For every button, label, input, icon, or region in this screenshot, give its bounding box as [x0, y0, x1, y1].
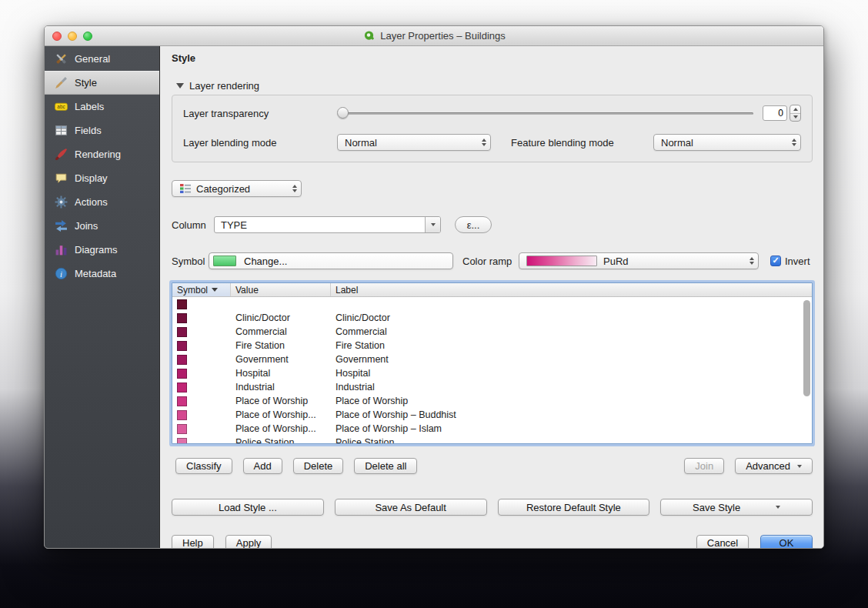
advanced-button[interactable]: Advanced	[735, 458, 813, 474]
category-color-swatch[interactable]	[177, 341, 187, 351]
table-row[interactable]: Industrial Industrial	[172, 380, 812, 394]
sidebar-item-metadata[interactable]: i Metadata	[45, 262, 159, 286]
classify-button[interactable]: Classify	[175, 458, 232, 474]
ok-button[interactable]: OK	[760, 535, 813, 549]
category-value: Hospital	[231, 368, 331, 379]
table-row[interactable]: Commercial Commercial	[172, 325, 812, 339]
transparency-stepper[interactable]	[790, 105, 801, 122]
table-body: Clinic/Doctor Clinic/Doctor Commercial C…	[172, 297, 812, 444]
transparency-slider[interactable]	[337, 107, 755, 119]
category-color-swatch[interactable]	[177, 327, 187, 337]
popup-arrows-icon	[792, 139, 796, 146]
expression-button[interactable]: ε...	[455, 216, 492, 233]
stepper-down-icon[interactable]	[790, 114, 800, 122]
add-button[interactable]: Add	[243, 458, 282, 474]
invert-label: Invert	[785, 256, 810, 267]
table-row[interactable]: Fire Station Fire Station	[172, 339, 812, 352]
category-color-swatch[interactable]	[177, 313, 187, 323]
table-row[interactable]	[172, 297, 812, 311]
close-button[interactable]	[52, 32, 62, 41]
renderer-type-select[interactable]: Categorized	[172, 180, 302, 197]
category-value: Place of Worship...	[231, 423, 331, 434]
paintbrush-icon	[55, 76, 68, 89]
column-combobox[interactable]: TYPE	[214, 216, 441, 233]
layer-blending-select[interactable]: Normal	[337, 134, 491, 151]
color-ramp-value: PuRd	[603, 256, 743, 267]
table-row[interactable]: Place of Worship Place of Worship	[172, 394, 812, 408]
sidebar-item-display[interactable]: Display	[45, 166, 159, 190]
expression-button-label: ε...	[467, 219, 480, 231]
sidebar-item-diagrams[interactable]: Diagrams	[45, 238, 159, 262]
table-row[interactable]: Clinic/Doctor Clinic/Doctor	[172, 311, 812, 325]
category-color-swatch[interactable]	[177, 369, 187, 379]
load-style-button[interactable]: Load Style ...	[172, 499, 324, 516]
layer-blending-label: Layer blending mode	[183, 137, 337, 149]
layer-blending-value: Normal	[345, 137, 476, 149]
save-style-button[interactable]: Save Style	[660, 499, 813, 516]
category-color-swatch[interactable]	[177, 299, 187, 309]
sidebar-item-fields[interactable]: Fields	[45, 119, 159, 142]
category-color-swatch[interactable]	[177, 438, 187, 445]
chevron-down-icon	[776, 506, 780, 509]
category-color-swatch[interactable]	[177, 396, 187, 406]
slider-handle[interactable]	[337, 107, 349, 119]
delete-all-button[interactable]: Delete all	[354, 458, 417, 474]
category-color-swatch[interactable]	[177, 355, 187, 365]
column-header-label[interactable]: Label	[331, 283, 812, 296]
apply-button[interactable]: Apply	[225, 535, 272, 549]
style-file-actions-row: Load Style ... Save As Default Restore D…	[172, 499, 813, 516]
titlebar[interactable]: Layer Properties – Buildings	[45, 26, 823, 46]
sidebar-item-label: Labels	[75, 101, 104, 112]
feature-blending-value: Normal	[661, 137, 786, 149]
category-value: Place of Worship...	[231, 409, 331, 420]
category-value: Commercial	[231, 326, 331, 337]
layer-rendering-disclosure[interactable]: Layer rendering	[172, 79, 813, 92]
sidebar-item-actions[interactable]: Actions	[45, 190, 159, 214]
cancel-button[interactable]: Cancel	[696, 535, 749, 549]
style-panel: Style Layer rendering Layer transparency	[160, 46, 823, 548]
invert-checkbox[interactable]	[770, 256, 781, 266]
table-row[interactable]: Place of Worship... Place of Worship – I…	[172, 422, 812, 436]
sidebar-item-general[interactable]: General	[45, 47, 159, 71]
category-label: Place of Worship	[331, 396, 812, 406]
table-row[interactable]: Hospital Hospital	[172, 366, 812, 380]
category-label: Place of Worship – Islam	[331, 423, 812, 434]
renderer-type-value: Categorized	[196, 183, 286, 195]
categories-table[interactable]: Symbol Value Label	[172, 282, 813, 444]
window-title-text: Layer Properties – Buildings	[380, 30, 506, 42]
sidebar: General Style abc Labels Fields	[45, 46, 160, 548]
join-button[interactable]: Join	[684, 458, 724, 474]
sidebar-item-label: General	[75, 53, 110, 65]
feature-blending-select[interactable]: Normal	[653, 134, 801, 151]
transparency-value-input[interactable]	[763, 105, 787, 121]
table-header: Symbol Value Label	[172, 283, 812, 297]
table-scrollbar[interactable]	[803, 300, 810, 396]
column-header-value[interactable]: Value	[231, 283, 331, 296]
table-row[interactable]: Place of Worship... Place of Worship – B…	[172, 408, 812, 422]
color-ramp-preview	[526, 256, 597, 266]
category-color-swatch[interactable]	[177, 383, 187, 393]
category-color-swatch[interactable]	[177, 410, 187, 420]
table-row[interactable]: Police Station Police Station	[172, 436, 812, 444]
category-label: Police Station	[331, 437, 812, 444]
sidebar-item-labels[interactable]: abc Labels	[45, 95, 159, 119]
column-header-symbol[interactable]: Symbol	[172, 283, 231, 296]
column-dropdown-button[interactable]	[425, 217, 440, 232]
stepper-up-icon[interactable]	[790, 105, 800, 114]
table-row[interactable]: Government Government	[172, 352, 812, 366]
category-color-swatch[interactable]	[177, 424, 187, 434]
delete-button[interactable]: Delete	[293, 458, 344, 474]
zoom-button[interactable]	[83, 32, 92, 41]
sidebar-item-joins[interactable]: Joins	[45, 214, 159, 238]
column-value: TYPE	[215, 217, 425, 232]
layer-properties-window: Layer Properties – Buildings General Sty…	[44, 25, 824, 549]
save-as-default-button[interactable]: Save As Default	[335, 499, 487, 516]
restore-default-style-button[interactable]: Restore Default Style	[498, 499, 650, 516]
minimize-button[interactable]	[68, 32, 77, 41]
sidebar-item-rendering[interactable]: Rendering	[45, 142, 159, 166]
sidebar-item-style[interactable]: Style	[45, 71, 159, 95]
help-button[interactable]: Help	[172, 535, 214, 549]
color-ramp-select[interactable]: PuRd	[519, 252, 759, 269]
table-grid-icon	[55, 124, 68, 137]
symbol-change-button[interactable]: Change...	[209, 252, 453, 269]
